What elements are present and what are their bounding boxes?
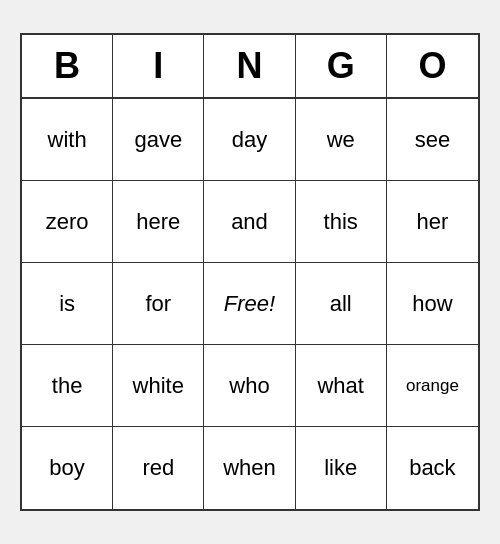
header-letter-b: B — [22, 35, 113, 97]
bingo-cell-r0-c3[interactable]: we — [296, 99, 387, 181]
bingo-cell-r4-c1[interactable]: red — [113, 427, 204, 509]
bingo-cell-r1-c3[interactable]: this — [296, 181, 387, 263]
bingo-cell-r1-c1[interactable]: here — [113, 181, 204, 263]
bingo-cell-r3-c2[interactable]: who — [204, 345, 295, 427]
bingo-cell-r0-c4[interactable]: see — [387, 99, 478, 181]
header-letter-o: O — [387, 35, 478, 97]
bingo-cell-r1-c2[interactable]: and — [204, 181, 295, 263]
bingo-cell-r4-c3[interactable]: like — [296, 427, 387, 509]
bingo-card: BINGO withgavedayweseezerohereandthisher… — [20, 33, 480, 511]
bingo-cell-r2-c4[interactable]: how — [387, 263, 478, 345]
bingo-cell-r0-c2[interactable]: day — [204, 99, 295, 181]
bingo-cell-r3-c0[interactable]: the — [22, 345, 113, 427]
bingo-cell-r2-c2[interactable]: Free! — [204, 263, 295, 345]
bingo-cell-r3-c1[interactable]: white — [113, 345, 204, 427]
bingo-cell-r2-c3[interactable]: all — [296, 263, 387, 345]
bingo-cell-r0-c1[interactable]: gave — [113, 99, 204, 181]
bingo-cell-r4-c4[interactable]: back — [387, 427, 478, 509]
bingo-cell-r3-c3[interactable]: what — [296, 345, 387, 427]
header-letter-g: G — [296, 35, 387, 97]
bingo-cell-r3-c4[interactable]: orange — [387, 345, 478, 427]
bingo-cell-r0-c0[interactable]: with — [22, 99, 113, 181]
bingo-grid: withgavedayweseezerohereandthisherisforF… — [22, 99, 478, 509]
bingo-cell-r2-c1[interactable]: for — [113, 263, 204, 345]
bingo-cell-r1-c0[interactable]: zero — [22, 181, 113, 263]
header-letter-n: N — [204, 35, 295, 97]
header-letter-i: I — [113, 35, 204, 97]
bingo-cell-r4-c2[interactable]: when — [204, 427, 295, 509]
bingo-cell-r2-c0[interactable]: is — [22, 263, 113, 345]
bingo-header: BINGO — [22, 35, 478, 99]
bingo-cell-r4-c0[interactable]: boy — [22, 427, 113, 509]
bingo-cell-r1-c4[interactable]: her — [387, 181, 478, 263]
